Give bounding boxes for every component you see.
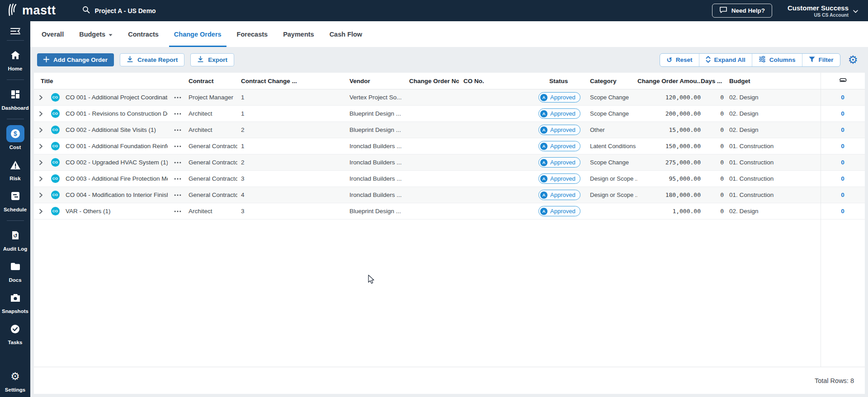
table-settings-gear-icon[interactable]: ⚙: [848, 54, 858, 65]
column-header-days[interactable]: Days ...: [701, 78, 726, 84]
sidebar-item-tasks[interactable]: Tasks: [0, 320, 30, 345]
sidebar-item-docs[interactable]: Docs: [0, 258, 30, 283]
column-header-status[interactable]: Status: [531, 78, 581, 84]
reset-button[interactable]: ↺ Reset: [660, 54, 698, 66]
table-row: COCO 004 - Modification to Interior Fini…: [34, 187, 865, 203]
row-days: 0: [701, 208, 726, 215]
row-amount: 15,000.00: [637, 126, 701, 133]
status-badge[interactable]: AApproved: [531, 141, 581, 151]
sidebar-item-home[interactable]: Home: [0, 47, 30, 71]
row-expander-icon[interactable]: [34, 176, 47, 182]
co-badge: CO: [47, 126, 63, 134]
row-contract: General Contractor: [188, 175, 237, 182]
create-report-button[interactable]: Create Report: [120, 53, 184, 66]
table-row: COCO 001 - Revisions to Construction Doc…: [34, 106, 865, 122]
row-vendor: Blueprint Design ...: [346, 208, 405, 215]
tab-change-orders[interactable]: Change Orders: [166, 21, 229, 47]
attachment-link[interactable]: 0: [821, 175, 865, 182]
sidebar-item-schedule[interactable]: Schedule: [0, 187, 30, 212]
column-header-vendor[interactable]: Vendor: [346, 78, 405, 84]
row-menu-button[interactable]: [168, 113, 188, 115]
row-menu-button[interactable]: [168, 145, 188, 147]
attachment-link[interactable]: 0: [821, 159, 865, 166]
sidebar-item-label: Schedule: [4, 207, 27, 212]
sidebar-item-snapshots[interactable]: Snapshots: [0, 289, 30, 314]
row-expander-icon[interactable]: [34, 144, 47, 149]
status-badge[interactable]: AApproved: [531, 92, 581, 103]
sidebar-item-label: Settings: [5, 387, 25, 392]
row-category: Design or Scope ...: [581, 175, 637, 182]
row-days: 0: [701, 94, 726, 101]
attachment-link[interactable]: 0: [821, 208, 865, 215]
column-header-title[interactable]: Title: [34, 78, 188, 84]
export-button[interactable]: Export: [190, 53, 234, 66]
tab-budgets[interactable]: Budgets: [71, 21, 120, 47]
co-badge: CO: [47, 191, 63, 199]
filter-button[interactable]: Filter: [802, 54, 840, 66]
brand-logo[interactable]: mastt: [0, 3, 56, 19]
column-header-category[interactable]: Category: [581, 78, 637, 84]
row-expander-icon[interactable]: [34, 192, 47, 198]
row-expander-icon[interactable]: [34, 160, 47, 165]
row-expander-icon[interactable]: [34, 95, 47, 100]
column-header-co-no[interactable]: CO No.: [459, 78, 531, 84]
column-header-attachments[interactable]: [821, 78, 865, 84]
need-help-button[interactable]: Need Help?: [712, 4, 772, 18]
row-expander-icon[interactable]: [34, 111, 47, 117]
row-title[interactable]: CO 002 - Upgraded HVAC System (1): [63, 159, 168, 166]
sidebar-collapse-icon[interactable]: [10, 27, 21, 35]
row-contract: Architect: [188, 110, 237, 117]
sidebar-item-cost[interactable]: $ Cost: [0, 125, 30, 150]
tab-forecasts[interactable]: Forecasts: [229, 21, 276, 47]
row-menu-button[interactable]: [168, 178, 188, 180]
attachment-link[interactable]: 0: [821, 94, 865, 101]
add-change-order-button[interactable]: Add Change Order: [37, 53, 114, 66]
attachment-link[interactable]: 0: [821, 143, 865, 149]
attachment-link[interactable]: 0: [821, 191, 865, 198]
status-badge[interactable]: AApproved: [531, 173, 581, 184]
status-badge[interactable]: AApproved: [531, 190, 581, 200]
row-title[interactable]: CO 004 - Modification to Interior Finish…: [63, 191, 168, 198]
attachment-link[interactable]: 0: [821, 126, 865, 133]
row-contract-change-no: 1: [237, 143, 346, 149]
column-header-contract[interactable]: Contract: [188, 78, 237, 84]
status-badge[interactable]: AApproved: [531, 157, 581, 168]
row-title[interactable]: VAR - Others (1): [63, 208, 168, 215]
sidebar-item-audit-log[interactable]: ↺ Audit Log: [0, 227, 30, 252]
status-badge[interactable]: AApproved: [531, 125, 581, 135]
columns-button[interactable]: Columns: [752, 54, 802, 66]
row-title[interactable]: CO 002 - Additional Site Visits (1): [63, 126, 168, 133]
row-expander-icon[interactable]: [34, 209, 47, 214]
user-account: US CS Account: [814, 12, 849, 18]
sidebar-item-dashboard[interactable]: Dashboard: [0, 86, 30, 111]
row-title[interactable]: CO 001 - Revisions to Construction Docum: [63, 110, 168, 117]
column-header-change-order-no[interactable]: Change Order No.: [405, 78, 459, 84]
project-search[interactable]: Project A - US Demo: [82, 6, 156, 15]
status-badge[interactable]: AApproved: [531, 206, 581, 216]
column-header-contract-change-no[interactable]: Contract Change ...: [237, 78, 346, 84]
sidebar-item-risk[interactable]: Risk: [0, 156, 30, 181]
row-title[interactable]: CO 003 - Additional Fire Protection Meas…: [63, 175, 168, 182]
row-title[interactable]: CO 001 - Additional Foundation Reinforce…: [63, 143, 168, 149]
row-title[interactable]: CO 001 - Additional Project Coordination…: [63, 94, 168, 101]
table-row: COCO 003 - Additional Fire Protection Me…: [34, 171, 865, 187]
row-menu-button[interactable]: [168, 97, 188, 98]
tab-overall[interactable]: Overall: [34, 21, 71, 47]
status-badge[interactable]: AApproved: [531, 108, 581, 119]
row-menu-button[interactable]: [168, 129, 188, 131]
column-header-budget[interactable]: Budget: [726, 78, 821, 84]
tab-payments[interactable]: Payments: [275, 21, 322, 47]
row-menu-button[interactable]: [168, 162, 188, 163]
row-expander-icon[interactable]: [34, 127, 47, 133]
tab-contracts[interactable]: Contracts: [120, 21, 166, 47]
column-header-amount[interactable]: Change Order Amou...: [637, 78, 701, 84]
tab-cash-flow[interactable]: Cash Flow: [322, 21, 370, 47]
attachments-column-divider: [821, 73, 821, 367]
attachment-link[interactable]: 0: [821, 110, 865, 117]
sidebar-item-label: Home: [8, 66, 23, 71]
row-menu-button[interactable]: [168, 210, 188, 212]
row-menu-button[interactable]: [168, 194, 188, 196]
expand-all-button[interactable]: Expand All: [699, 54, 752, 66]
sidebar-item-settings[interactable]: ⚙ Settings: [0, 368, 30, 392]
user-menu[interactable]: Customer Success US CS Account: [788, 4, 858, 18]
